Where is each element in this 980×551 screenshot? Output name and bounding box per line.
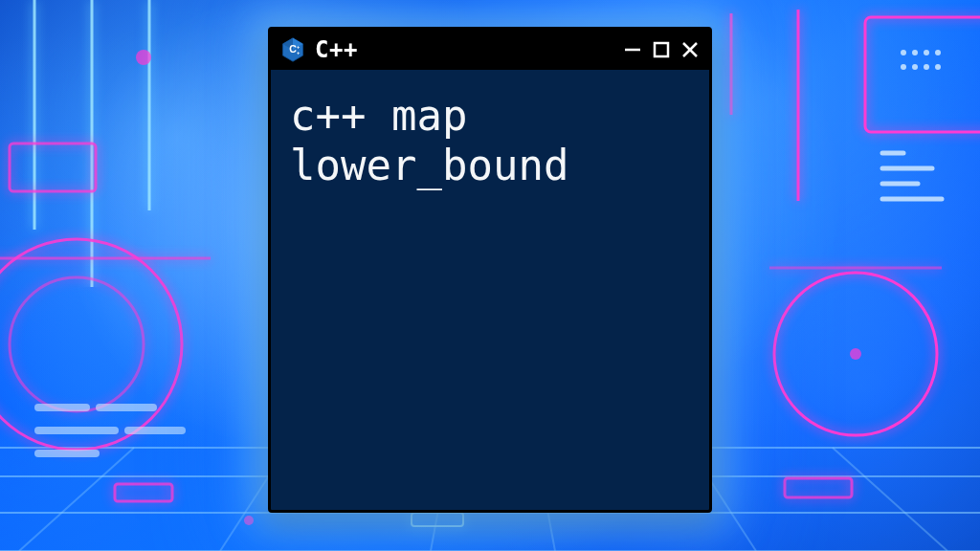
code-line-2: lower_bound — [290, 141, 568, 189]
svg-rect-10 — [865, 17, 980, 132]
svg-text:C: C — [289, 43, 297, 55]
cpp-logo-icon: C + + — [280, 37, 305, 62]
terminal-body: c++ map lower_bound — [271, 70, 709, 211]
svg-rect-43 — [412, 513, 463, 526]
svg-point-14 — [912, 50, 918, 55]
svg-point-20 — [935, 64, 941, 70]
svg-rect-53 — [655, 43, 668, 56]
svg-point-29 — [136, 50, 151, 65]
svg-rect-28 — [10, 143, 96, 191]
code-content: c++ map lower_bound — [290, 91, 690, 190]
close-icon[interactable] — [680, 40, 700, 59]
minimize-icon[interactable] — [623, 40, 642, 59]
svg-point-15 — [924, 50, 929, 55]
code-line-1: c++ map — [290, 91, 467, 140]
titlebar[interactable]: C + + C++ — [271, 30, 709, 70]
svg-point-19 — [924, 64, 929, 70]
svg-point-16 — [935, 50, 941, 55]
svg-point-17 — [901, 64, 906, 70]
svg-rect-41 — [115, 484, 172, 501]
terminal-window: C + + C++ c++ map lower_bound — [268, 27, 712, 513]
maximize-icon[interactable] — [652, 40, 671, 59]
decor-panel-top-right — [693, 0, 980, 249]
svg-point-45 — [244, 516, 254, 525]
window-title: C++ — [315, 38, 358, 61]
svg-rect-42 — [785, 478, 852, 497]
svg-point-13 — [901, 50, 906, 55]
svg-point-18 — [912, 64, 918, 70]
svg-point-34 — [850, 348, 861, 360]
